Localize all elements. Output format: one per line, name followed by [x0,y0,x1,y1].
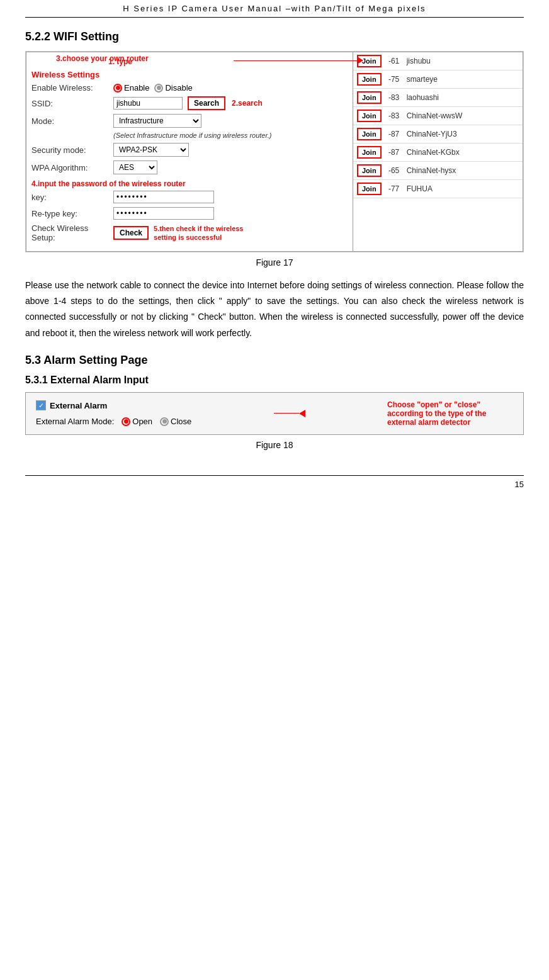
figure17-caption: Figure 17 [25,257,524,268]
section-531-heading: 5.3.1 External Alarm Input [25,375,524,386]
network-name-8: FUHUA [407,184,519,193]
alarm-mode-label: External Alarm Mode: [36,417,114,426]
ssid-row: SSID: Search 2.search [31,96,348,110]
close-label: Close [171,417,191,426]
header-title: H Series IP Camera User Manual –with Pan… [123,4,426,13]
join-button-2[interactable]: Join [357,73,382,86]
alarm-title: External Alarm [50,401,107,410]
enable-label: Enable [124,83,149,93]
mode-row: Mode: Infrastructure [31,114,348,128]
join-button-7[interactable]: Join [357,164,382,177]
section-53: 5.3 Alarm Setting Page 5.3.1 External Al… [25,354,524,450]
close-radio-circle [160,417,169,426]
alarm-left-panel: ✓ External Alarm External Alarm Mode: Op… [36,400,191,426]
ssid-input[interactable] [113,97,183,110]
step5-annotation: 5.then check if the wireless setting is … [154,224,267,242]
network-signal-1: -61 [382,57,407,65]
disable-radio-circle [154,84,163,93]
alarm-mode-row: External Alarm Mode: Open Close [36,417,191,426]
join-button-4[interactable]: Join [357,110,382,122]
network-row: Join -87 ChinaNet-KGbx [353,144,523,162]
alarm-figure-container: ✓ External Alarm External Alarm Mode: Op… [25,392,524,435]
join-button-8[interactable]: Join [357,183,382,195]
security-label: Security mode: [31,145,113,155]
network-signal-5: -87 [382,130,407,138]
alarm-title-row: ✓ External Alarm [36,400,191,410]
close-radio-item[interactable]: Close [160,417,191,426]
disable-radio-item[interactable]: Disable [154,83,192,93]
network-name-4: ChinaNet-wwsW [407,111,519,120]
alarm-annotation: Choose "open" or "close" according to th… [387,400,513,427]
join-button-5[interactable]: Join [357,128,382,140]
wireless-settings-title: Wireless Settings [31,70,348,79]
step2-annotation: 2.search [232,99,263,108]
network-row: Join -61 jishubu [353,52,523,70]
wifi-left-panel: 1. type Wireless Settings Enable Wireles… [26,52,353,252]
section-53-heading: 5.3 Alarm Setting Page [25,354,524,367]
network-signal-3: -83 [382,93,407,102]
network-name-5: ChinaNet-YjU3 [407,130,519,138]
network-name-3: laohuashi [407,93,519,102]
network-signal-7: -65 [382,166,407,175]
open-radio-item[interactable]: Open [122,417,152,426]
network-row: Join -77 FUHUA [353,180,523,198]
enable-wireless-row: Enable Wireless: Enable Disable [31,83,348,93]
network-list: Join -61 jishubu Join -75 smarteye Join … [353,52,523,198]
key-row: key: [31,191,348,203]
network-signal-4: -83 [382,111,407,120]
wpa-label: WPA Algorithm: [31,163,113,172]
disable-label: Disable [165,83,192,93]
enable-radio-group: Enable Disable [113,83,193,93]
security-select[interactable]: WPA2-PSK [113,143,189,157]
arrow-line-top [234,60,359,61]
mode-note: (Select Infrastructure mode if using wir… [31,132,348,139]
alarm-arrow [274,410,305,417]
wpa-row: WPA Algorithm: AES [31,161,348,174]
section-522-heading: 5.2.2 WIFI Setting [25,30,524,43]
check-row: Check Wireless Setup: Check 5.then check… [31,223,348,242]
check-button[interactable]: Check [113,226,149,240]
open-radio-circle [122,417,130,426]
network-row: Join -75 smarteye [353,70,523,89]
search-button[interactable]: Search [188,96,225,110]
figure17-container: 3.choose your own router 1. type Wireles… [25,51,524,252]
join-button-6[interactable]: Join [357,146,382,159]
network-row: Join -87 ChinaNet-YjU3 [353,125,523,144]
network-row: Join -65 ChinaNet-hysx [353,162,523,180]
page-number: 15 [25,475,524,489]
network-row: Join -83 ChinaNet-wwsW [353,107,523,125]
ssid-label: SSID: [31,99,113,108]
network-signal-2: -75 [382,75,407,84]
network-name-2: smarteye [407,75,519,84]
network-name-7: ChinaNet-hysx [407,166,519,175]
retype-label: Re-type key: [31,209,113,218]
step4-annotation: 4.input the password of the wireless rou… [31,179,348,188]
external-alarm-checkbox[interactable]: ✓ [36,400,46,410]
join-button-3[interactable]: Join [357,91,382,104]
figure18-wrapper: ✓ External Alarm External Alarm Mode: Op… [25,392,524,435]
mode-select[interactable]: Infrastructure [113,114,201,128]
security-row: Security mode: WPA2-PSK [31,143,348,157]
network-name-6: ChinaNet-KGbx [407,148,519,157]
enable-radio-item[interactable]: Enable [113,83,149,93]
retype-input[interactable] [113,207,214,220]
key-input[interactable] [113,191,214,203]
wpa-select[interactable]: AES [113,161,157,174]
figure18-caption: Figure 18 [25,440,524,450]
page-header: H Series IP Camera User Manual –with Pan… [25,0,524,18]
key-label: key: [31,193,113,202]
enable-wireless-label: Enable Wireless: [31,83,113,93]
body-text: Please use the network cable to connect … [25,278,524,341]
figure17-wrapper: 3.choose your own router 1. type Wireles… [25,51,524,252]
check-wireless-label: Check Wireless Setup: [31,223,113,242]
arrow-head-top [358,57,363,64]
network-list-panel: Join -61 jishubu Join -75 smarteye Join … [353,52,523,252]
retype-key-row: Re-type key: [31,207,348,220]
enable-radio-circle [113,84,122,93]
network-signal-6: -87 [382,148,407,157]
network-row: Join -83 laohuashi [353,89,523,107]
network-signal-8: -77 [382,184,407,193]
network-name-1: jishubu [407,57,519,65]
step3-annotation: 3.choose your own router [56,54,149,63]
open-label: Open [132,417,152,426]
